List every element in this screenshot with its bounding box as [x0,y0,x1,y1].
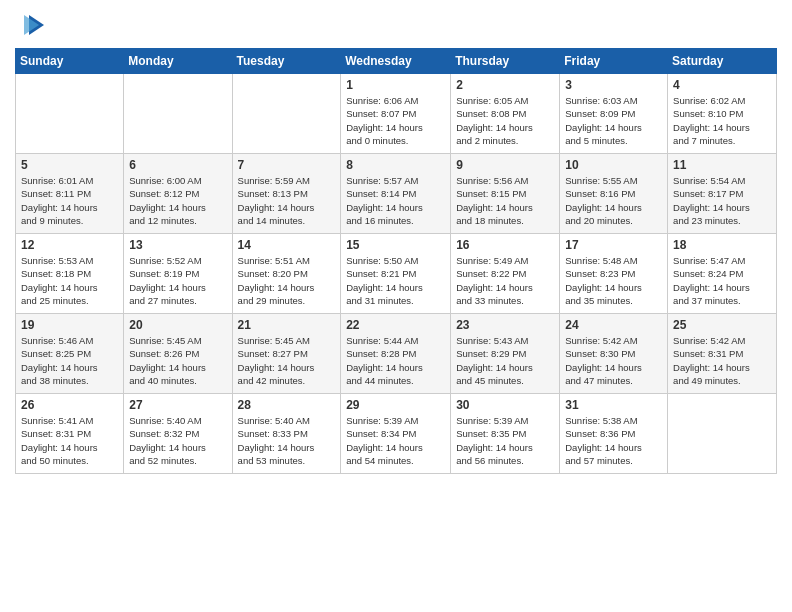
day-info: Sunrise: 5:50 AMSunset: 8:21 PMDaylight:… [346,254,445,307]
day-number: 24 [565,318,662,332]
day-cell: 16Sunrise: 5:49 AMSunset: 8:22 PMDayligh… [451,234,560,314]
day-cell: 19Sunrise: 5:46 AMSunset: 8:25 PMDayligh… [16,314,124,394]
day-info: Sunrise: 6:05 AMSunset: 8:08 PMDaylight:… [456,94,554,147]
day-info: Sunrise: 5:40 AMSunset: 8:32 PMDaylight:… [129,414,226,467]
day-info: Sunrise: 5:42 AMSunset: 8:30 PMDaylight:… [565,334,662,387]
day-info: Sunrise: 5:47 AMSunset: 8:24 PMDaylight:… [673,254,771,307]
day-cell: 26Sunrise: 5:41 AMSunset: 8:31 PMDayligh… [16,394,124,474]
week-row-0: 1Sunrise: 6:06 AMSunset: 8:07 PMDaylight… [16,74,777,154]
day-cell: 8Sunrise: 5:57 AMSunset: 8:14 PMDaylight… [341,154,451,234]
day-cell: 6Sunrise: 6:00 AMSunset: 8:12 PMDaylight… [124,154,232,234]
day-cell: 1Sunrise: 6:06 AMSunset: 8:07 PMDaylight… [341,74,451,154]
day-cell: 10Sunrise: 5:55 AMSunset: 8:16 PMDayligh… [560,154,668,234]
day-info: Sunrise: 6:01 AMSunset: 8:11 PMDaylight:… [21,174,118,227]
day-header-wednesday: Wednesday [341,49,451,74]
day-header-saturday: Saturday [668,49,777,74]
day-cell: 13Sunrise: 5:52 AMSunset: 8:19 PMDayligh… [124,234,232,314]
day-info: Sunrise: 5:42 AMSunset: 8:31 PMDaylight:… [673,334,771,387]
week-row-3: 19Sunrise: 5:46 AMSunset: 8:25 PMDayligh… [16,314,777,394]
header [15,10,777,40]
day-number: 20 [129,318,226,332]
day-cell: 2Sunrise: 6:05 AMSunset: 8:08 PMDaylight… [451,74,560,154]
day-info: Sunrise: 5:57 AMSunset: 8:14 PMDaylight:… [346,174,445,227]
day-number: 30 [456,398,554,412]
day-cell: 23Sunrise: 5:43 AMSunset: 8:29 PMDayligh… [451,314,560,394]
day-number: 21 [238,318,336,332]
day-cell: 7Sunrise: 5:59 AMSunset: 8:13 PMDaylight… [232,154,341,234]
page: SundayMondayTuesdayWednesdayThursdayFrid… [0,0,792,612]
day-info: Sunrise: 5:43 AMSunset: 8:29 PMDaylight:… [456,334,554,387]
day-number: 16 [456,238,554,252]
day-number: 26 [21,398,118,412]
calendar-body: 1Sunrise: 6:06 AMSunset: 8:07 PMDaylight… [16,74,777,474]
day-cell [16,74,124,154]
week-row-1: 5Sunrise: 6:01 AMSunset: 8:11 PMDaylight… [16,154,777,234]
day-cell: 25Sunrise: 5:42 AMSunset: 8:31 PMDayligh… [668,314,777,394]
day-info: Sunrise: 5:38 AMSunset: 8:36 PMDaylight:… [565,414,662,467]
day-cell: 31Sunrise: 5:38 AMSunset: 8:36 PMDayligh… [560,394,668,474]
day-number: 4 [673,78,771,92]
day-number: 6 [129,158,226,172]
day-header-tuesday: Tuesday [232,49,341,74]
day-number: 1 [346,78,445,92]
day-cell [668,394,777,474]
day-cell: 9Sunrise: 5:56 AMSunset: 8:15 PMDaylight… [451,154,560,234]
day-number: 15 [346,238,445,252]
day-cell: 14Sunrise: 5:51 AMSunset: 8:20 PMDayligh… [232,234,341,314]
day-header-sunday: Sunday [16,49,124,74]
day-info: Sunrise: 5:40 AMSunset: 8:33 PMDaylight:… [238,414,336,467]
day-info: Sunrise: 5:49 AMSunset: 8:22 PMDaylight:… [456,254,554,307]
day-cell: 11Sunrise: 5:54 AMSunset: 8:17 PMDayligh… [668,154,777,234]
day-info: Sunrise: 6:00 AMSunset: 8:12 PMDaylight:… [129,174,226,227]
day-cell: 15Sunrise: 5:50 AMSunset: 8:21 PMDayligh… [341,234,451,314]
day-info: Sunrise: 6:02 AMSunset: 8:10 PMDaylight:… [673,94,771,147]
day-cell: 24Sunrise: 5:42 AMSunset: 8:30 PMDayligh… [560,314,668,394]
day-number: 23 [456,318,554,332]
day-number: 29 [346,398,445,412]
day-info: Sunrise: 5:54 AMSunset: 8:17 PMDaylight:… [673,174,771,227]
day-number: 17 [565,238,662,252]
day-info: Sunrise: 5:39 AMSunset: 8:35 PMDaylight:… [456,414,554,467]
day-cell: 18Sunrise: 5:47 AMSunset: 8:24 PMDayligh… [668,234,777,314]
header-row: SundayMondayTuesdayWednesdayThursdayFrid… [16,49,777,74]
day-number: 7 [238,158,336,172]
day-number: 18 [673,238,771,252]
day-number: 25 [673,318,771,332]
day-cell: 28Sunrise: 5:40 AMSunset: 8:33 PMDayligh… [232,394,341,474]
day-info: Sunrise: 6:03 AMSunset: 8:09 PMDaylight:… [565,94,662,147]
day-cell: 12Sunrise: 5:53 AMSunset: 8:18 PMDayligh… [16,234,124,314]
day-number: 28 [238,398,336,412]
day-number: 14 [238,238,336,252]
calendar-header: SundayMondayTuesdayWednesdayThursdayFrid… [16,49,777,74]
day-info: Sunrise: 5:55 AMSunset: 8:16 PMDaylight:… [565,174,662,227]
day-info: Sunrise: 6:06 AMSunset: 8:07 PMDaylight:… [346,94,445,147]
day-info: Sunrise: 5:45 AMSunset: 8:27 PMDaylight:… [238,334,336,387]
calendar-table: SundayMondayTuesdayWednesdayThursdayFrid… [15,48,777,474]
week-row-4: 26Sunrise: 5:41 AMSunset: 8:31 PMDayligh… [16,394,777,474]
day-cell: 30Sunrise: 5:39 AMSunset: 8:35 PMDayligh… [451,394,560,474]
day-info: Sunrise: 5:41 AMSunset: 8:31 PMDaylight:… [21,414,118,467]
day-cell: 29Sunrise: 5:39 AMSunset: 8:34 PMDayligh… [341,394,451,474]
day-number: 31 [565,398,662,412]
day-cell: 3Sunrise: 6:03 AMSunset: 8:09 PMDaylight… [560,74,668,154]
day-cell [124,74,232,154]
day-number: 12 [21,238,118,252]
day-cell: 27Sunrise: 5:40 AMSunset: 8:32 PMDayligh… [124,394,232,474]
day-info: Sunrise: 5:39 AMSunset: 8:34 PMDaylight:… [346,414,445,467]
day-number: 11 [673,158,771,172]
week-row-2: 12Sunrise: 5:53 AMSunset: 8:18 PMDayligh… [16,234,777,314]
day-cell: 20Sunrise: 5:45 AMSunset: 8:26 PMDayligh… [124,314,232,394]
day-number: 22 [346,318,445,332]
day-info: Sunrise: 5:48 AMSunset: 8:23 PMDaylight:… [565,254,662,307]
day-header-friday: Friday [560,49,668,74]
day-cell: 4Sunrise: 6:02 AMSunset: 8:10 PMDaylight… [668,74,777,154]
day-number: 5 [21,158,118,172]
day-number: 2 [456,78,554,92]
day-info: Sunrise: 5:44 AMSunset: 8:28 PMDaylight:… [346,334,445,387]
day-info: Sunrise: 5:59 AMSunset: 8:13 PMDaylight:… [238,174,336,227]
day-number: 19 [21,318,118,332]
day-number: 8 [346,158,445,172]
day-info: Sunrise: 5:51 AMSunset: 8:20 PMDaylight:… [238,254,336,307]
day-info: Sunrise: 5:53 AMSunset: 8:18 PMDaylight:… [21,254,118,307]
logo-icon [19,10,49,40]
